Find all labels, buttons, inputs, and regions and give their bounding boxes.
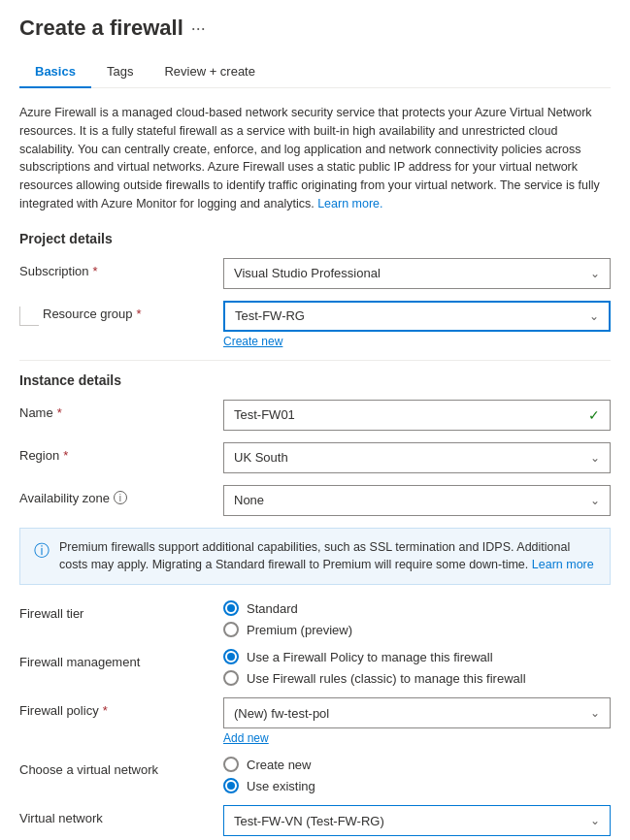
virtual-network-use-existing-dot (227, 782, 235, 790)
region-chevron-icon: ⌄ (590, 451, 600, 465)
firewall-tier-radio-group: Standard Premium (preview) (223, 600, 611, 637)
virtual-network-use-existing-radio[interactable] (223, 778, 239, 793)
name-label: Name * (19, 400, 223, 420)
firewall-management-classic-option[interactable]: Use Firewall rules (classic) to manage t… (223, 670, 611, 686)
subscription-required: * (93, 264, 98, 278)
learn-more-link[interactable]: Learn more. (317, 197, 382, 210)
info-box-icon: ⓘ (34, 539, 50, 563)
availability-zone-chevron-icon: ⌄ (590, 494, 600, 507)
subscription-label: Subscription * (19, 258, 223, 278)
instance-details-section: Instance details Name * Test-FW01 ✓ Regi… (19, 372, 611, 516)
firewall-tier-premium-option[interactable]: Premium (preview) (223, 622, 611, 637)
firewall-management-radio-group: Use a Firewall Policy to manage this fir… (223, 649, 611, 686)
virtual-network-create-new-option[interactable]: Create new (223, 757, 611, 772)
premium-info-box: ⓘ Premium firewalls support additional c… (19, 528, 611, 586)
virtual-network-select[interactable]: Test-FW-VN (Test-FW-RG) ⌄ (223, 805, 611, 836)
region-select[interactable]: UK South ⌄ (223, 442, 611, 473)
firewall-policy-label: Firewall policy * (19, 697, 223, 718)
project-details-title: Project details (19, 231, 611, 246)
region-row: Region * UK South ⌄ (19, 442, 611, 473)
firewall-management-classic-label: Use Firewall rules (classic) to manage t… (247, 671, 526, 686)
subscription-row: Subscription * Visual Studio Professiona… (19, 258, 611, 289)
availability-zone-label: Availability zone i (19, 485, 223, 505)
virtual-network-choice-row: Choose a virtual network Create new Use … (19, 757, 611, 793)
virtual-network-choice-radio-group: Create new Use existing (223, 757, 611, 793)
page-description: Azure Firewall is a managed cloud-based … (19, 104, 611, 213)
firewall-tier-premium-label: Premium (preview) (247, 623, 352, 637)
virtual-network-create-new-radio[interactable] (223, 757, 239, 772)
virtual-network-row: Virtual network Test-FW-VN (Test-FW-RG) … (19, 805, 611, 836)
indent-line (19, 307, 39, 326)
firewall-management-policy-option[interactable]: Use a Firewall Policy to manage this fir… (223, 649, 611, 664)
firewall-management-control: Use a Firewall Policy to manage this fir… (223, 649, 611, 686)
resource-group-create-new-link[interactable]: Create new (223, 335, 282, 348)
firewall-policy-control: (New) fw-test-pol ⌄ Add new (223, 697, 611, 745)
region-label: Region * (19, 442, 223, 463)
page-title: Create a firewall (19, 16, 183, 41)
firewall-policy-select[interactable]: (New) fw-test-pol ⌄ (223, 697, 611, 728)
more-options-icon[interactable]: ··· (191, 18, 206, 39)
name-control: Test-FW01 ✓ (223, 400, 611, 431)
firewall-tier-premium-radio[interactable] (223, 622, 239, 637)
firewall-policy-chevron-icon: ⌄ (590, 706, 600, 720)
firewall-policy-required: * (103, 703, 108, 718)
firewall-policy-add-new-link[interactable]: Add new (223, 731, 269, 745)
subscription-select[interactable]: Visual Studio Professional ⌄ (223, 258, 611, 289)
virtual-network-chevron-icon: ⌄ (590, 814, 600, 827)
availability-zone-row: Availability zone i None ⌄ (19, 485, 611, 516)
project-details-section: Project details Subscription * Visual St… (19, 231, 611, 348)
instance-details-title: Instance details (19, 372, 611, 388)
virtual-network-choice-control: Create new Use existing (223, 757, 611, 793)
tab-tags[interactable]: Tags (91, 56, 149, 88)
firewall-management-policy-radio[interactable] (223, 649, 239, 664)
resource-group-required: * (137, 307, 142, 321)
firewall-management-label: Firewall management (19, 649, 223, 669)
firewall-management-policy-label: Use a Firewall Policy to manage this fir… (247, 650, 493, 664)
firewall-tier-label: Firewall tier (19, 600, 223, 621)
firewall-tier-standard-dot (227, 604, 235, 612)
resource-group-chevron-icon: ⌄ (589, 309, 599, 323)
resource-group-control: Test-FW-RG ⌄ Create new (223, 301, 611, 348)
name-valid-icon: ✓ (588, 407, 600, 423)
resource-group-row: Resource group * Test-FW-RG ⌄ Create new (19, 301, 611, 348)
virtual-network-create-new-label: Create new (247, 758, 311, 772)
region-control: UK South ⌄ (223, 442, 611, 473)
availability-zone-select[interactable]: None ⌄ (223, 485, 611, 516)
tab-bar: Basics Tags Review + create (19, 56, 611, 88)
firewall-tier-standard-option[interactable]: Standard (223, 600, 611, 616)
firewall-management-row: Firewall management Use a Firewall Polic… (19, 649, 611, 686)
name-input[interactable]: Test-FW01 ✓ (223, 400, 611, 431)
firewall-tier-control: Standard Premium (preview) (223, 600, 611, 637)
info-box-content: Premium firewalls support additional cap… (59, 538, 596, 575)
firewall-management-classic-radio[interactable] (223, 670, 239, 686)
virtual-network-choice-label: Choose a virtual network (19, 757, 223, 777)
availability-zone-control: None ⌄ (223, 485, 611, 516)
tab-basics[interactable]: Basics (19, 56, 91, 88)
virtual-network-control: Test-FW-VN (Test-FW-RG) ⌄ (223, 805, 611, 836)
page-header: Create a firewall ··· (19, 16, 611, 41)
subscription-chevron-icon: ⌄ (590, 267, 600, 280)
name-row: Name * Test-FW01 ✓ (19, 400, 611, 431)
virtual-network-label: Virtual network (19, 805, 223, 825)
info-box-learn-more-link[interactable]: Learn more (532, 558, 594, 571)
firewall-tier-standard-radio[interactable] (223, 600, 239, 616)
virtual-network-use-existing-label: Use existing (247, 779, 315, 793)
virtual-network-use-existing-option[interactable]: Use existing (223, 778, 611, 793)
resource-group-label: Resource group * (43, 301, 223, 321)
region-required: * (63, 448, 68, 463)
firewall-management-policy-dot (227, 653, 235, 661)
availability-zone-info-icon[interactable]: i (114, 491, 127, 504)
firewall-policy-row: Firewall policy * (New) fw-test-pol ⌄ Ad… (19, 697, 611, 745)
firewall-tier-row: Firewall tier Standard Premium (preview) (19, 600, 611, 637)
firewall-tier-standard-label: Standard (247, 601, 298, 616)
subscription-control: Visual Studio Professional ⌄ (223, 258, 611, 289)
tab-review-create[interactable]: Review + create (149, 56, 271, 88)
resource-group-select[interactable]: Test-FW-RG ⌄ (223, 301, 611, 332)
name-required: * (57, 405, 62, 420)
